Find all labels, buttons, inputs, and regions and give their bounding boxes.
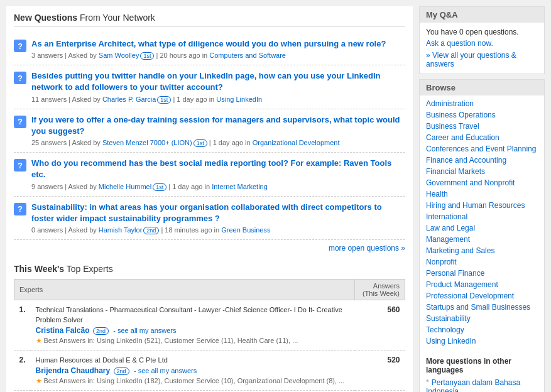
expert-see-all-link[interactable]: - see all my answers [113, 327, 176, 334]
expert-badge: 2nd [93, 327, 109, 335]
star-icon: ★ [36, 377, 42, 384]
browse-category-item: Government and Nonprofit [426, 177, 538, 188]
asker-link[interactable]: Michelle Hummel [99, 183, 151, 190]
browse-category-link[interactable]: Law and Legal [426, 224, 475, 232]
questions-list: ? As an Enterprise Architect, what type … [14, 33, 405, 240]
question-body: Besides putting you twitter handle on yo… [31, 70, 405, 103]
browse-category-item: Professional Development [426, 290, 538, 302]
asker-link[interactable]: Sam Woolley [99, 52, 139, 59]
question-title[interactable]: Sustainability: in what areas has your o… [31, 202, 405, 224]
expert-name-link[interactable]: Brijendra Chaudhary [36, 366, 111, 375]
expert-rank: 1. [14, 300, 31, 351]
browse-category-item: Conferences and Event Planning [426, 143, 538, 155]
col-experts: Experts [14, 280, 355, 300]
asker-link[interactable]: Charles P. Garcia [102, 95, 156, 103]
question-title[interactable]: Who do you recommend has the best social… [31, 158, 405, 180]
asker-badge: 1st [157, 96, 171, 104]
browse-category-link[interactable]: Marketing and Sales [426, 246, 494, 255]
browse-category-link[interactable]: Government and Nonprofit [426, 178, 515, 187]
browse-category-link[interactable]: Startups and Small Businesses [426, 303, 530, 312]
asker-link[interactable]: Steven Menzel 7000+ (LION) [102, 139, 192, 146]
browse-categories-list: AdministrationBusiness OperationsBusines… [420, 98, 544, 352]
expert-badge: 2nd [114, 368, 129, 375]
browse-category-item: Financial Markets [426, 166, 538, 177]
browse-category-link[interactable]: Finance and Accounting [426, 156, 506, 165]
expert-answer-count: 520 [355, 350, 405, 390]
browse-category-item: Business Operations [426, 109, 538, 121]
expert-name-link[interactable]: Cristina Falcão [36, 326, 90, 335]
question-item: ? Sustainability: in what areas has your… [14, 197, 405, 240]
browse-category-item: Nonprofit [426, 256, 538, 268]
star-icon: ★ [36, 337, 42, 344]
browse-category-link[interactable]: Sustainability [426, 314, 471, 323]
browse-title: Browse [420, 80, 544, 95]
view-all-qa-link[interactable]: » View all your questions & answers [426, 51, 516, 68]
browse-category-item: Startups and Small Businesses [426, 302, 538, 313]
question-icon: ? [14, 159, 26, 172]
browse-category-link[interactable]: Hiring and Human Resources [426, 201, 525, 210]
experts-header-bold: This Week's [14, 264, 64, 274]
col-answers: Answers (This Week) [355, 280, 405, 300]
browse-category-link[interactable]: International [426, 212, 467, 221]
browse-category-item: Technology [426, 324, 538, 335]
question-icon: ? [14, 72, 26, 84]
question-body: Who do you recommend has the best social… [31, 158, 405, 190]
sidebar-browse: Browse AdministrationBusiness Operations… [419, 79, 545, 392]
browse-category-item: Health [426, 188, 538, 200]
bullet-icon: * [426, 378, 429, 387]
experts-table: Experts Answers (This Week) 1. Technical… [14, 279, 405, 391]
browse-category-item: Marketing and Sales [426, 245, 538, 256]
browse-category-item: Using LinkedIn [426, 335, 538, 347]
question-meta: 9 answers | Asked by Michelle Hummel1st … [31, 183, 405, 191]
browse-category-item: Hiring and Human Resources [426, 200, 538, 211]
question-icon: ? [14, 203, 26, 215]
browse-category-link[interactable]: Management [426, 235, 470, 244]
browse-category-link[interactable]: Technology [426, 325, 464, 334]
browse-category-link[interactable]: Personal Finance [426, 269, 484, 278]
category-link[interactable]: Using LinkedIn [216, 95, 262, 103]
browse-category-link[interactable]: Administration [426, 99, 474, 108]
expert-best-answers: ★Best Answers in: Using LinkedIn (182), … [36, 377, 350, 385]
question-item: ? Who do you recommend has the best soci… [14, 153, 405, 196]
browse-category-item: Sustainability [426, 313, 538, 324]
browse-category-link[interactable]: Professional Development [426, 291, 514, 300]
category-link[interactable]: Computers and Software [209, 52, 286, 59]
ask-question-link[interactable]: Ask a question now. [426, 39, 493, 48]
question-title[interactable]: If you were to offer a one-day training … [31, 114, 405, 137]
category-link[interactable]: Organizational Development [253, 139, 340, 146]
browse-category-link[interactable]: Financial Markets [426, 167, 485, 176]
category-link[interactable]: Green Business [221, 226, 270, 234]
browse-category-link[interactable]: Conferences and Event Planning [426, 144, 536, 153]
browse-category-item: Law and Legal [426, 222, 538, 234]
language-link[interactable]: Pertanyaan dalam Bahasa Indonesia [426, 378, 520, 392]
more-languages-title: More questions in other languages [426, 357, 538, 374]
new-questions-header: New Questions From Your Network [14, 13, 405, 27]
experts-header-suffix: Top Experts [64, 264, 113, 274]
question-item: ? Besides putting you twitter handle on … [14, 65, 405, 109]
category-link[interactable]: Internet Marketing [212, 183, 268, 190]
header-bold: New Questions [14, 13, 77, 23]
question-item: ? If you were to offer a one-day trainin… [14, 109, 405, 153]
browse-category-link[interactable]: Health [426, 190, 448, 199]
browse-category-link[interactable]: Business Travel [426, 122, 479, 131]
asker-badge: 1st [194, 139, 207, 147]
more-questions-link-container: more open questions » [14, 240, 405, 261]
browse-category-link[interactable]: Career and Education [426, 133, 499, 142]
more-questions-link[interactable]: more open questions » [329, 244, 405, 253]
question-title[interactable]: As an Enterprise Architect, what type of… [31, 38, 405, 50]
browse-category-link[interactable]: Business Operations [426, 111, 496, 119]
browse-category-link[interactable]: Nonprofit [426, 258, 457, 266]
myqa-title: My Q&A [420, 7, 544, 23]
browse-category-link[interactable]: Using LinkedIn [426, 337, 476, 346]
asker-link[interactable]: Hamish Taylor [99, 226, 143, 234]
asker-badge: 1st [153, 183, 166, 191]
question-body: If you were to offer a one-day training … [31, 114, 405, 147]
browse-category-link[interactable]: Product Management [426, 280, 498, 289]
question-title[interactable]: Besides putting you twitter handle on yo… [31, 70, 405, 93]
experts-section: This Week's Top Experts Experts Answers … [14, 264, 405, 391]
asker-badge: 1st [140, 52, 154, 60]
question-body: Sustainability: in what areas has your o… [31, 202, 405, 234]
expert-see-all-link[interactable]: - see all my answers [134, 367, 197, 374]
browse-category-item: Business Travel [426, 121, 538, 132]
header-suffix: From Your Network [77, 13, 155, 23]
